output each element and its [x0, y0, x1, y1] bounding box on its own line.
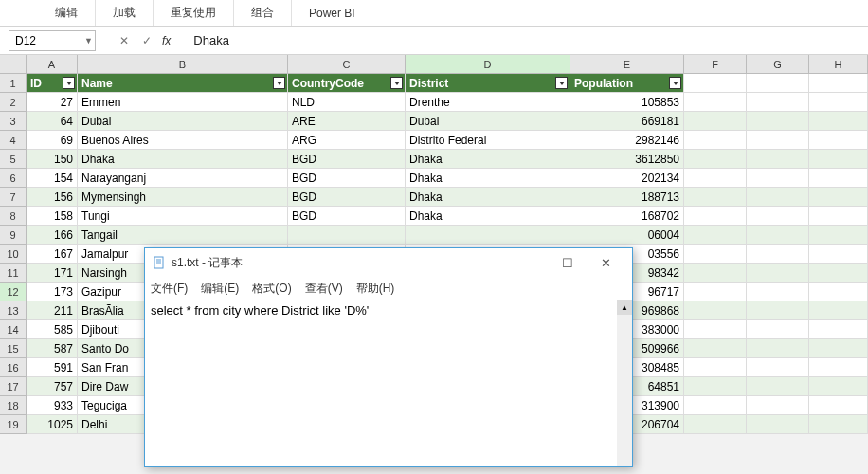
cell-district[interactable] [406, 226, 570, 245]
cell-empty[interactable] [747, 415, 809, 434]
formula-input[interactable]: Dhaka [193, 33, 229, 47]
row-header[interactable]: 11 [0, 264, 27, 283]
cell-id[interactable]: 167 [27, 245, 78, 264]
cell-country[interactable]: ARE [288, 112, 406, 131]
cell-name[interactable]: Buenos Aires [78, 131, 288, 150]
row-header[interactable]: 12 [0, 283, 27, 301]
cell-empty[interactable] [684, 93, 747, 112]
ribbon-tab-edit[interactable]: 编辑 [38, 0, 96, 26]
cell-empty[interactable] [809, 301, 868, 320]
cell-name[interactable]: Mymensingh [78, 188, 288, 207]
filter-icon[interactable] [63, 77, 75, 89]
cell-country[interactable]: NLD [288, 93, 406, 112]
cell-id[interactable]: 211 [27, 301, 78, 320]
row-header[interactable]: 6 [0, 169, 27, 188]
table-header-id[interactable]: ID [27, 74, 78, 93]
cell-empty[interactable] [684, 226, 747, 245]
cell-empty[interactable] [809, 169, 868, 188]
cell-empty[interactable] [684, 396, 747, 415]
cell-population[interactable]: 669181 [570, 112, 684, 131]
cell-name[interactable]: Tangail [78, 226, 288, 245]
cell-empty[interactable] [747, 301, 809, 320]
row-header[interactable]: 14 [0, 320, 27, 339]
cell-empty[interactable] [809, 245, 868, 264]
minimize-button[interactable]: — [511, 248, 549, 277]
cell-id[interactable]: 585 [27, 320, 78, 339]
notepad-titlebar[interactable]: s1.txt - 记事本 — ☐ ✕ [145, 248, 632, 277]
scroll-up-icon[interactable]: ▲ [617, 300, 632, 315]
cell-id[interactable]: 591 [27, 358, 78, 377]
menu-help[interactable]: 帮助(H) [356, 281, 395, 297]
cell-empty[interactable] [684, 245, 747, 264]
cell-empty[interactable] [684, 301, 747, 320]
cell-country[interactable]: ARG [288, 131, 406, 150]
cell-empty[interactable] [747, 188, 809, 207]
cell-empty[interactable] [684, 283, 747, 301]
cell-id[interactable]: 150 [27, 150, 78, 169]
cell-empty[interactable] [747, 93, 809, 112]
row-header[interactable]: 10 [0, 245, 27, 264]
cell-population[interactable]: 2982146 [570, 131, 684, 150]
cell-id[interactable]: 173 [27, 283, 78, 301]
cell-id[interactable]: 933 [27, 396, 78, 415]
col-header-e[interactable]: E [570, 55, 684, 73]
table-header-name[interactable]: Name [78, 74, 288, 93]
filter-icon[interactable] [390, 77, 403, 89]
cell-empty[interactable] [747, 207, 809, 226]
table-header-country[interactable]: CountryCode [288, 74, 406, 93]
col-header-a[interactable]: A [27, 55, 78, 73]
row-header[interactable]: 2 [0, 93, 27, 112]
cell-empty[interactable] [684, 358, 747, 377]
cell-empty[interactable] [809, 112, 868, 131]
ribbon-tab-combine[interactable]: 组合 [234, 0, 292, 26]
cell-population[interactable]: 202134 [570, 169, 684, 188]
row-header[interactable]: 4 [0, 131, 27, 150]
cell-empty[interactable] [747, 245, 809, 264]
cell-name[interactable]: Emmen [78, 93, 288, 112]
cell-id[interactable]: 154 [27, 169, 78, 188]
cell-id[interactable]: 156 [27, 188, 78, 207]
cell-empty[interactable] [684, 320, 747, 339]
cell-population[interactable]: 3612850 [570, 150, 684, 169]
notepad-textarea[interactable]: select * from city where District like '… [145, 300, 632, 466]
cell-empty[interactable] [684, 112, 747, 131]
cell-id[interactable]: 1025 [27, 415, 78, 434]
cell-id[interactable]: 166 [27, 226, 78, 245]
filter-icon[interactable] [273, 77, 285, 89]
cell-id[interactable]: 27 [27, 93, 78, 112]
col-header-d[interactable]: D [406, 55, 570, 73]
cell-empty[interactable] [747, 169, 809, 188]
cell-empty[interactable] [809, 415, 868, 434]
cell-id[interactable]: 757 [27, 377, 78, 396]
cell-empty[interactable] [809, 131, 868, 150]
cell-district[interactable]: Dhaka [406, 207, 570, 226]
cell-name[interactable]: Tungi [78, 207, 288, 226]
cell-empty[interactable] [809, 396, 868, 415]
name-box[interactable]: D12 ▼ [9, 30, 96, 51]
filter-icon[interactable] [555, 77, 568, 89]
cell-district[interactable]: Dhaka [406, 150, 570, 169]
row-header[interactable]: 15 [0, 339, 27, 358]
cell-district[interactable]: Distrito Federal [406, 131, 570, 150]
cell-country[interactable]: BGD [288, 188, 406, 207]
ribbon-tab-powerbi[interactable]: Power BI [292, 0, 372, 26]
close-button[interactable]: ✕ [587, 248, 624, 277]
col-header-c[interactable]: C [288, 55, 406, 73]
cell-empty[interactable] [684, 415, 747, 434]
table-header-population[interactable]: Population [570, 74, 684, 93]
cell-empty[interactable] [809, 283, 868, 301]
cell-empty[interactable] [684, 150, 747, 169]
cancel-icon[interactable]: ✕ [113, 34, 136, 47]
cell-empty[interactable] [747, 226, 809, 245]
maximize-button[interactable]: ☐ [549, 248, 587, 277]
cell-empty[interactable] [684, 377, 747, 396]
cell-id[interactable]: 171 [27, 264, 78, 283]
cell-empty[interactable] [684, 169, 747, 188]
menu-edit[interactable]: 编辑(E) [201, 281, 239, 297]
row-header[interactable]: 18 [0, 396, 27, 415]
cell-country[interactable]: BGD [288, 207, 406, 226]
cell-country[interactable]: BGD [288, 169, 406, 188]
cell-empty[interactable] [747, 131, 809, 150]
scrollbar-vertical[interactable]: ▲ [617, 300, 632, 466]
cell-empty[interactable] [747, 264, 809, 283]
